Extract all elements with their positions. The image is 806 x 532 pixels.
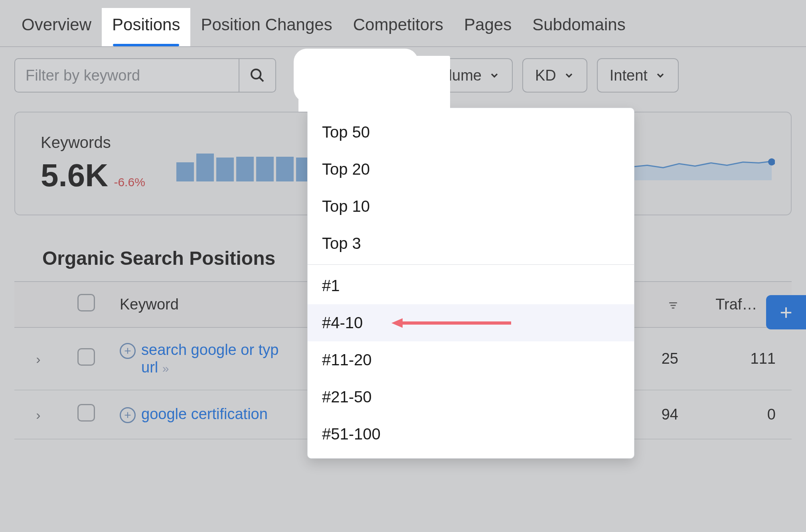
keywords-value: 5.6K [41,157,108,194]
keyword-text: search google or typ [141,341,279,358]
svg-point-0 [251,69,261,79]
tab-subdomains[interactable]: Subdomains [522,8,636,46]
positions-option[interactable]: Top 50 [308,114,634,151]
positions-option[interactable]: #21-50 [308,378,634,416]
tab-pages[interactable]: Pages [454,8,522,46]
add-keyword-icon[interactable]: + [120,407,136,423]
keywords-label: Keywords [41,134,145,152]
expand-row-icon[interactable]: › [36,351,40,366]
expand-row-icon[interactable]: › [36,407,40,422]
positions-dropdown-wrap: Top 50Top 20Top 10Top 3#1#4-10#11-20#21-… [307,56,634,459]
tab-overview[interactable]: Overview [11,8,102,46]
add-button[interactable]: + [766,295,806,329]
positions-option[interactable]: #11-20 [308,341,634,378]
search-button[interactable] [239,59,275,92]
keyword-search [14,58,276,93]
keyword-suffix: url » [141,359,169,376]
tabs-bar: Overview Positions Position Changes Comp… [0,0,806,47]
positions-dropdown: Top 50Top 20Top 10Top 3#1#4-10#11-20#21-… [307,108,634,459]
positions-option[interactable]: Top 10 [308,188,634,225]
svg-line-1 [259,77,263,81]
svg-marker-10 [391,318,403,328]
add-keyword-icon[interactable]: + [120,343,136,359]
annotation-arrow-icon [391,317,511,329]
traffic-sparkline [631,148,775,180]
tab-position-changes[interactable]: Position Changes [190,8,342,46]
tab-positions[interactable]: Positions [102,8,190,46]
traffic-cell: 0 [688,390,792,439]
row-checkbox[interactable] [77,348,95,366]
traffic-cell: 111 [688,327,792,390]
chevron-down-icon [655,70,666,81]
positions-option[interactable]: Top 3 [308,225,634,262]
keyword-search-input[interactable] [15,59,239,92]
positions-option[interactable]: #51-100 [308,416,634,453]
search-icon [249,67,265,83]
keywords-delta: -6.6% [114,175,145,189]
positions-option[interactable]: Top 20 [308,151,634,188]
double-chevron-icon: » [162,362,169,375]
tab-competitors[interactable]: Competitors [343,8,454,46]
plus-icon: + [780,300,792,325]
row-checkbox[interactable] [77,404,95,422]
sort-icon [668,301,678,310]
positions-option[interactable]: #1 [308,267,634,304]
keyword-text: google certification [141,406,268,422]
select-all-checkbox[interactable] [77,294,95,311]
positions-option[interactable]: #4-10 [308,304,634,341]
